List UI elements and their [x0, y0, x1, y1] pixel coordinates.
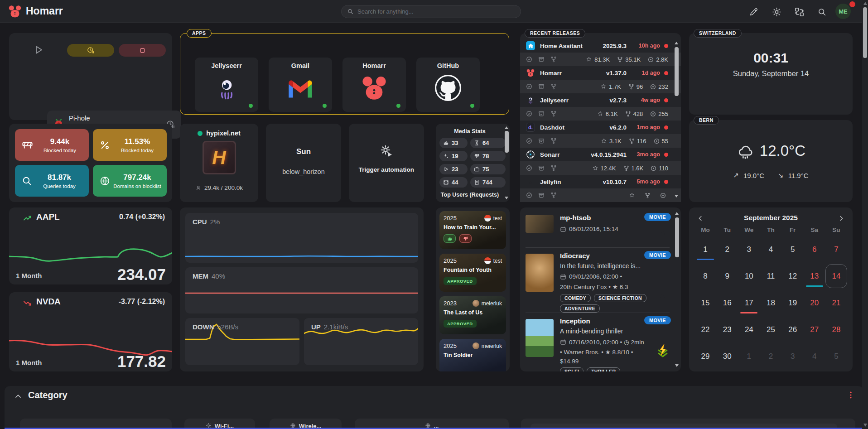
scroll-up-arrow[interactable] — [675, 42, 678, 44]
calendar-day[interactable]: 28 — [825, 316, 847, 343]
release-row[interactable]: d. Jellyseerr v2.7.3 4w ago — [520, 93, 681, 107]
request-card[interactable]: 2025 test Fountain of Youth APPROVED — [439, 254, 506, 292]
calendar-day[interactable]: 25 — [760, 316, 781, 343]
calendar-day[interactable]: 5 — [825, 343, 847, 370]
category-menu-icon[interactable] — [846, 390, 855, 400]
calendar-day[interactable]: 14 — [825, 263, 847, 289]
scroll-down-arrow[interactable] — [675, 195, 678, 198]
media-title[interactable]: Inception — [560, 317, 590, 325]
calendar-day[interactable]: 10 — [738, 263, 760, 289]
calendar-day[interactable]: 8 — [694, 263, 716, 289]
scroll-up-arrow[interactable] — [675, 212, 679, 215]
calendar-day[interactable]: 27 — [804, 316, 825, 343]
stock-widget-aapl[interactable]: AAPL 0.74 (+0.32%) 1 Month 234.07 — [9, 207, 172, 284]
stat-domains-blocklist: 797.24kDomains on blocklist — [93, 165, 167, 197]
app-tile-gmail[interactable]: Gmail — [269, 58, 332, 112]
calendar-day[interactable]: 20 — [804, 289, 825, 316]
release-name: Jellyfin — [540, 178, 603, 185]
calendar-day[interactable]: 16 — [716, 289, 738, 316]
enable-all-button[interactable] — [33, 44, 44, 56]
calendar-day[interactable]: 1 — [738, 343, 760, 370]
calendar-day[interactable]: 26 — [782, 316, 804, 343]
calendar-day[interactable]: 7 — [825, 236, 847, 263]
calendar-day[interactable]: 17 — [738, 289, 760, 316]
calendar-day[interactable]: 13 — [804, 263, 825, 289]
calendar-next-button[interactable] — [837, 214, 845, 222]
release-row[interactable]: d. Sonarr v4.0.15.2941 3mo ago — [520, 148, 681, 161]
calendar-day[interactable]: 30 — [716, 343, 738, 370]
calendar-day[interactable]: 1 — [694, 236, 716, 263]
calendar-day[interactable]: 3 — [782, 343, 804, 370]
pause-timer-button[interactable] — [67, 44, 114, 57]
stat-blocked-percent: 11.53%Blocked today — [93, 129, 167, 161]
scroll-up-arrow[interactable] — [505, 126, 508, 129]
calendar-day[interactable]: 19 — [782, 289, 804, 316]
scroll-down-arrow[interactable] — [863, 424, 867, 427]
media-title[interactable]: mp-htsob — [560, 214, 591, 222]
calendar-day[interactable]: 11 — [760, 263, 781, 289]
releases-scrollbar-thumb[interactable] — [675, 47, 679, 96]
fork-icon — [550, 138, 557, 144]
release-row[interactable]: d. Dashdot v6.2.0 1mo ago — [520, 121, 681, 134]
calendar-day[interactable]: 6 — [804, 236, 825, 263]
release-row[interactable]: d. Home Assitant 2025.9.3 10h ago — [520, 39, 681, 53]
search-button[interactable] — [815, 5, 828, 18]
thumb-down-button[interactable] — [459, 234, 472, 243]
page-scrollbar[interactable] — [862, 0, 868, 429]
release-name: Dashdot — [540, 124, 609, 131]
stat-pill: 78 — [470, 151, 506, 161]
calendar-day[interactable]: 29 — [694, 343, 716, 370]
board-switch-button[interactable] — [793, 5, 805, 18]
calendar-icon — [560, 339, 566, 345]
calendar-day[interactable]: 5 — [782, 236, 804, 263]
media-scrollbar-thumb[interactable] — [675, 217, 679, 257]
calendar-day[interactable]: 4 — [760, 236, 781, 263]
stock-widget-nvda[interactable]: NVDA -3.77 (-2.12%) 1 Month 177.82 — [9, 292, 172, 371]
user-avatar — [473, 342, 479, 349]
calendar-day[interactable]: 15 — [694, 289, 716, 316]
minecraft-server-widget[interactable]: hypixel.net H 29.4k / 200.0k — [180, 124, 258, 202]
calendar-day[interactable]: 12 — [782, 263, 804, 289]
movie-badge: MOVIE — [644, 251, 671, 259]
automation-widget[interactable]: Trigger automation — [349, 124, 424, 202]
calendar-day[interactable]: 4 — [804, 343, 825, 370]
stop-button[interactable] — [119, 44, 166, 57]
scroll-down-arrow[interactable] — [675, 364, 679, 367]
media-title[interactable]: Idiocracy — [560, 252, 590, 260]
page-scrollbar-thumb[interactable] — [863, 7, 867, 58]
avatar[interactable]: ME — [835, 4, 851, 19]
app-tile-github[interactable]: GitHub — [416, 58, 480, 112]
settings-button[interactable] — [770, 5, 783, 18]
calendar-day[interactable]: 24 — [738, 316, 760, 343]
request-card[interactable]: 2025 test How to Train Your... — [439, 211, 506, 249]
thumb-up-button[interactable] — [444, 234, 456, 243]
issues-stat: 255 — [650, 111, 668, 117]
request-title: The Last of Us — [444, 309, 502, 316]
weekday-label: Su — [825, 227, 847, 233]
calendar-day[interactable]: 2 — [760, 343, 781, 370]
scroll-up-arrow[interactable] — [863, 2, 867, 5]
app-tile-homarr[interactable]: Homarr — [342, 58, 406, 112]
collapse-chevron-icon[interactable] — [14, 392, 23, 401]
request-card[interactable]: 2025 meierluk Tin Soldier — [439, 339, 506, 371]
request-card[interactable]: 2023 meierluk The Last of Us APPROVED — [439, 296, 506, 334]
scrollbar-thumb[interactable] — [505, 131, 509, 153]
cpu-graph: CPU2% — [185, 213, 418, 263]
app-tile-jellyseerr[interactable]: Jellyseerr — [195, 58, 258, 112]
stat-queries-today: 81.87kQueries today — [15, 165, 89, 197]
calendar-day[interactable]: 21 — [825, 289, 847, 316]
global-search[interactable] — [341, 5, 521, 18]
calendar-day[interactable]: 23 — [716, 316, 738, 343]
search-input[interactable] — [357, 8, 515, 15]
scroll-down-arrow[interactable] — [505, 197, 508, 199]
edit-mode-button[interactable] — [747, 5, 760, 18]
calendar-title[interactable]: September 2025 — [689, 214, 853, 222]
calendar-day[interactable]: 3 — [738, 236, 760, 263]
clock-check-icon — [526, 165, 532, 171]
calendar-day[interactable]: 9 — [716, 263, 738, 289]
calendar-day[interactable]: 18 — [760, 289, 781, 316]
calendar-day[interactable]: 22 — [694, 316, 716, 343]
calendar-day[interactable]: 2 — [716, 236, 738, 263]
release-row[interactable]: d. Homarr v1.37.0 1d ago — [520, 66, 681, 80]
release-row[interactable]: d. Jellyfin v10.10.7 5mo ago — [520, 175, 681, 188]
